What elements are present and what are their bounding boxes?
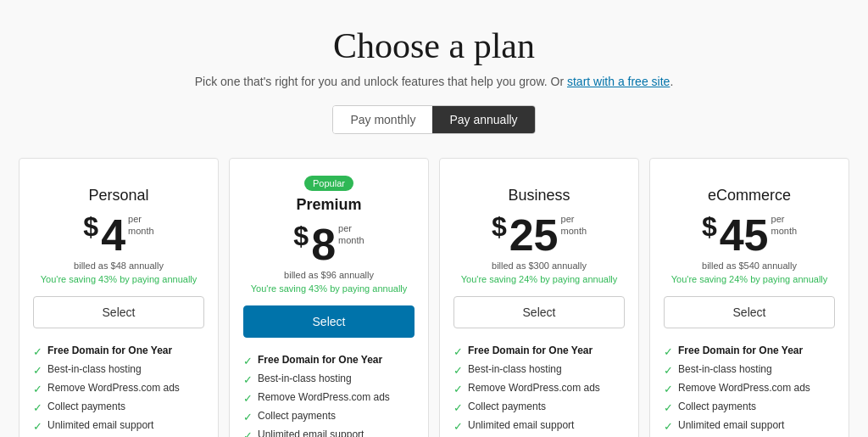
plan-name-ecommerce: eCommerce xyxy=(708,187,791,204)
check-icon: ✓ xyxy=(453,420,463,433)
price-per-business: permonth xyxy=(561,213,587,238)
features-list-business: ✓ Free Domain for One Year ✓ Best-in-cla… xyxy=(453,342,625,435)
features-list-personal: ✓ Free Domain for One Year ✓ Best-in-cla… xyxy=(33,342,204,435)
page-subtitle: Pick one that's right for you and unlock… xyxy=(17,75,851,88)
price-row-ecommerce: $ 45 permonth xyxy=(664,213,835,257)
feature-item: ✓ Collect payments xyxy=(453,398,625,417)
billed-text-personal: billed as $48 annually xyxy=(33,261,204,271)
feature-text: Unlimited email support xyxy=(678,419,784,431)
select-button-business[interactable]: Select xyxy=(453,296,625,328)
check-icon: ✓ xyxy=(243,392,253,405)
price-amount-business: 25 xyxy=(509,213,559,257)
feature-item: ✓ Free Domain for One Year xyxy=(33,342,204,361)
feature-text: Remove WordPress.com ads xyxy=(468,382,600,394)
check-icon: ✓ xyxy=(664,345,673,358)
plan-card-ecommerce: eCommerce $ 45 permonth billed as $540 a… xyxy=(649,158,849,437)
check-icon: ✓ xyxy=(33,364,42,377)
check-icon: ✓ xyxy=(243,355,253,367)
feature-text: Collect payments xyxy=(258,410,336,422)
free-site-link[interactable]: start with a free site xyxy=(567,75,670,88)
feature-item: ✓ Unlimited email support xyxy=(243,426,415,437)
feature-item: ✓ Best-in-class hosting xyxy=(33,361,204,379)
plan-card-premium: PopularPremium $ 8 permonth billed as $9… xyxy=(229,158,429,437)
feature-item: ✓ Remove WordPress.com ads xyxy=(453,379,625,398)
plan-name-premium: Premium xyxy=(296,196,361,214)
billing-toggle: Pay monthly Pay annually xyxy=(17,105,851,134)
price-dollar-business: $ xyxy=(492,213,507,240)
feature-item: ✓ Unlimited email support xyxy=(664,417,835,435)
feature-item: ✓ Unlimited email support xyxy=(453,417,625,435)
feature-item: ✓ Remove WordPress.com ads xyxy=(243,389,415,407)
check-icon: ✓ xyxy=(33,401,42,414)
feature-text: Free Domain for One Year xyxy=(47,345,172,356)
feature-text: Free Domain for One Year xyxy=(678,345,803,356)
check-icon: ✓ xyxy=(33,383,42,395)
price-row-personal: $ 4 permonth xyxy=(33,213,204,257)
price-amount-ecommerce: 45 xyxy=(720,213,769,257)
price-per-personal: permonth xyxy=(128,213,154,238)
feature-text: Unlimited email support xyxy=(468,419,574,431)
select-button-personal[interactable]: Select xyxy=(33,296,204,328)
feature-text: Unlimited email support xyxy=(258,429,364,437)
check-icon: ✓ xyxy=(243,411,253,423)
feature-text: Collect payments xyxy=(678,401,756,412)
pay-monthly-button[interactable]: Pay monthly xyxy=(333,106,432,133)
price-row-business: $ 25 permonth xyxy=(453,213,625,257)
savings-text-business: You're saving 24% by paying annually xyxy=(453,274,625,284)
feature-item: ✓ Free Domain for One Year xyxy=(664,342,835,361)
feature-item: ✓ Free Domain for One Year xyxy=(243,351,415,370)
feature-item: ✓ Unlimited email support xyxy=(33,417,204,435)
features-list-premium: ✓ Free Domain for One Year ✓ Best-in-cla… xyxy=(243,351,415,437)
feature-text: Collect payments xyxy=(468,401,546,412)
page-header: Choose a plan Pick one that's right for … xyxy=(17,25,851,88)
check-icon: ✓ xyxy=(664,420,673,433)
plan-card-header-personal: Personal xyxy=(33,176,204,213)
price-dollar-personal: $ xyxy=(83,213,98,240)
feature-item: ✓ Remove WordPress.com ads xyxy=(664,379,835,398)
check-icon: ✓ xyxy=(664,401,673,414)
feature-text: Best-in-class hosting xyxy=(678,363,772,375)
toggle-container: Pay monthly Pay annually xyxy=(332,105,535,134)
price-meta-business: permonth xyxy=(561,213,587,243)
billed-text-premium: billed as $96 annually xyxy=(243,270,415,280)
price-row-premium: $ 8 permonth xyxy=(243,222,415,266)
check-icon: ✓ xyxy=(33,420,42,433)
plan-card-header-premium: PopularPremium xyxy=(243,176,415,222)
feature-text: Unlimited email support xyxy=(47,419,153,431)
check-icon: ✓ xyxy=(243,373,253,386)
billed-text-business: billed as $300 annually xyxy=(453,261,625,271)
feature-text: Collect payments xyxy=(47,401,125,412)
feature-item: ✓ Best-in-class hosting xyxy=(664,361,835,379)
pay-annually-button[interactable]: Pay annually xyxy=(432,106,534,133)
feature-text: Remove WordPress.com ads xyxy=(47,382,180,394)
plan-name-personal: Personal xyxy=(88,187,148,204)
price-meta-ecommerce: permonth xyxy=(771,213,798,243)
price-meta-personal: permonth xyxy=(128,213,154,243)
check-icon: ✓ xyxy=(33,345,42,358)
price-per-premium: permonth xyxy=(338,222,364,247)
price-amount-personal: 4 xyxy=(101,213,125,257)
plan-card-personal: Personal $ 4 permonth billed as $48 annu… xyxy=(19,158,219,437)
plan-card-header-ecommerce: eCommerce xyxy=(664,176,835,213)
feature-item: ✓ Collect payments xyxy=(33,398,204,417)
plan-card-business: Business $ 25 permonth billed as $300 an… xyxy=(439,158,639,437)
feature-item: ✓ Best-in-class hosting xyxy=(243,370,415,389)
savings-text-personal: You're saving 43% by paying annually xyxy=(33,274,204,284)
savings-text-premium: You're saving 43% by paying annually xyxy=(243,283,415,294)
check-icon: ✓ xyxy=(453,364,463,377)
feature-text: Best-in-class hosting xyxy=(468,363,562,375)
select-button-ecommerce[interactable]: Select xyxy=(664,296,835,328)
check-icon: ✓ xyxy=(453,345,463,358)
popular-badge: Popular xyxy=(304,176,353,191)
select-button-premium[interactable]: Select xyxy=(243,305,415,338)
check-icon: ✓ xyxy=(664,383,673,395)
price-meta-premium: permonth xyxy=(338,222,364,252)
price-dollar-premium: $ xyxy=(293,222,309,249)
feature-item: ✓ Collect payments xyxy=(664,398,835,417)
page-title: Choose a plan xyxy=(17,25,851,66)
feature-text: Best-in-class hosting xyxy=(258,373,352,384)
check-icon: ✓ xyxy=(453,383,463,395)
savings-text-ecommerce: You're saving 24% by paying annually xyxy=(664,274,835,284)
feature-text: Remove WordPress.com ads xyxy=(678,382,810,394)
features-list-ecommerce: ✓ Free Domain for One Year ✓ Best-in-cla… xyxy=(664,342,835,435)
